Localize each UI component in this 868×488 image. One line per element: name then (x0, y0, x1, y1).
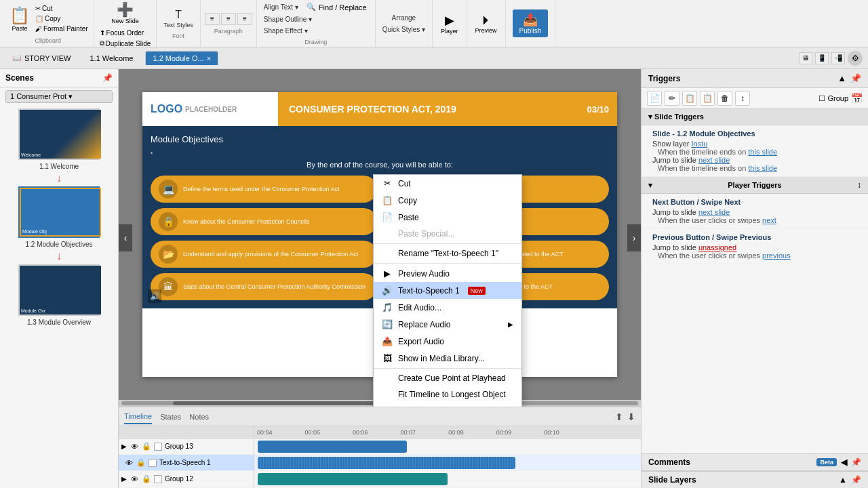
find-replace-button[interactable]: 🔍 Find / Replace (302, 1, 371, 13)
view-mobile-button[interactable]: 📲 (831, 52, 845, 64)
next-dir-link[interactable]: next (762, 216, 776, 224)
align-text-button[interactable]: Align Text ▾ (261, 2, 301, 12)
trigger-move-button[interactable]: ↕ (735, 91, 750, 106)
player-triggers-collapse[interactable]: ▾ (648, 181, 652, 190)
ctx-copy[interactable]: 📋 Copy (374, 192, 521, 209)
comments-pin-icon[interactable]: 📌 (851, 458, 861, 467)
story-view-tab[interactable]: 📖 STORY VIEW (5, 51, 77, 65)
copy-button[interactable]: 📋 Copy (34, 14, 90, 23)
slide-nav-left[interactable]: ‹ (119, 224, 132, 251)
new-slide-button[interactable]: ➕ New Slide (106, 0, 144, 27)
tl-row-tts1[interactable]: 👁 🔒 Text-to-Speech 1 (119, 455, 254, 471)
ctx-fit-timeline[interactable]: Fit Timeline to Longest Object (374, 386, 521, 400)
text-styles-button[interactable]: T Text Styles (161, 7, 196, 30)
tab-module[interactable]: 1.2 Module O... × (145, 51, 218, 65)
align-right-button[interactable]: ≡ (237, 13, 252, 25)
preview-button[interactable]: ⏵ Preview (471, 10, 501, 37)
tl-lock-tts1[interactable]: 🔒 (136, 458, 146, 467)
ctx-show-media[interactable]: 🖼 Show in Media Library... (374, 350, 521, 367)
slide-layers-collapse-icon[interactable]: ▲ (839, 475, 847, 485)
arrange-button[interactable]: Arrange (389, 13, 419, 23)
ctx-edit-audio[interactable]: 🎵 Edit Audio... (374, 299, 521, 316)
trigger-calendar-button[interactable]: 📅 (851, 93, 863, 104)
tl-lock-group12[interactable]: 🔒 (142, 474, 151, 483)
trigger-copy-button[interactable]: 📋 (700, 91, 715, 106)
slide-thumb-3[interactable]: Module Ovr (18, 264, 100, 316)
prev-dir-link[interactable]: previous (762, 251, 791, 260)
player-button[interactable]: ▶ Player (437, 10, 462, 37)
ctx-cut[interactable]: ✂ Cut (374, 175, 521, 192)
timeline-expand-icon[interactable]: ⬆ (615, 411, 623, 422)
trigger-add-button[interactable]: 📄 (647, 91, 662, 106)
tl-eye-group13[interactable]: 👁 (130, 443, 139, 451)
align-left-button[interactable]: ≡ (205, 13, 220, 25)
trigger1-slide-link[interactable]: this slide (748, 148, 777, 156)
ctx-paste[interactable]: 📄 Paste (374, 209, 521, 226)
triggers-collapse-icon[interactable]: ▲ (837, 73, 846, 83)
ctx-cue-point[interactable]: Create Cue Point at Playhead (374, 370, 521, 386)
view-desktop-button[interactable]: 🖥 (799, 52, 812, 64)
tl-eye-tts1[interactable]: 👁 (124, 459, 134, 467)
tl-expand-group13[interactable]: ▶ (121, 443, 127, 450)
duplicate-slide-button[interactable]: ⧉ Duplicate Slide (98, 39, 153, 48)
tl-lock-group13[interactable]: 🔒 (142, 442, 151, 451)
triggers-pin-icon[interactable]: 📌 (850, 73, 861, 83)
player-triggers-expand[interactable]: ↕ (857, 180, 861, 190)
ctx-preview-audio[interactable]: ▶ Preview Audio (374, 265, 521, 282)
tl-clip-group13[interactable] (258, 441, 407, 453)
tab-module-close-icon[interactable]: × (207, 54, 211, 62)
tl-eye-group12[interactable]: 👁 (130, 475, 139, 483)
slide-audio-icon[interactable]: 🔊 (148, 289, 161, 303)
next-slide-link[interactable]: next slide (698, 208, 730, 216)
ctx-tts[interactable]: 🔊 Text-to-Speech 1 New (374, 282, 521, 299)
trigger-duplicate-button[interactable]: 📋 (682, 91, 697, 106)
focus-order-button[interactable]: ⬆ Focus Order (98, 28, 153, 37)
view-tablet-button[interactable]: 📱 (815, 52, 829, 64)
ctx-export-audio[interactable]: 📤 Export Audio (374, 333, 521, 350)
quick-styles-button[interactable]: Quick Styles ▾ (380, 24, 428, 35)
states-tab[interactable]: States (160, 410, 181, 424)
tl-clip-group12[interactable] (258, 473, 448, 485)
prev-slide-link[interactable]: unassigned (698, 243, 736, 251)
notes-tab[interactable]: Notes (189, 410, 209, 424)
ctx-tts-badge: New (468, 287, 486, 295)
prev-trigger-title: Previous Button / Swipe Previous (652, 233, 857, 241)
tl-clip-tts1[interactable] (258, 457, 515, 469)
ctx-replace-audio[interactable]: 🔄 Replace Audio ▶ (374, 316, 521, 333)
align-center-button[interactable]: ≡ (221, 13, 236, 25)
format-painter-button[interactable]: 🖌 Formal Painter (34, 24, 90, 33)
cut-button[interactable]: ✂ Cut (34, 4, 90, 13)
slide-thumb-1[interactable]: Welcome (18, 108, 100, 160)
paste-button[interactable]: 📋 Paste (7, 3, 33, 35)
slide-nav-right[interactable]: › (627, 224, 641, 251)
tl-check-group13[interactable] (154, 443, 162, 451)
scenes-dropdown[interactable]: 1 Consumer Prot ▾ (5, 90, 113, 103)
trigger-group-button[interactable]: ☐ Group (818, 94, 848, 103)
ctx-paste-label: Paste (398, 213, 419, 222)
tl-name-group13: Group 13 (165, 443, 251, 450)
publish-button[interactable]: 📤 Publish (513, 9, 549, 37)
settings-button[interactable]: ⚙ (848, 51, 863, 66)
trigger1-layer-link[interactable]: Instu (691, 140, 707, 148)
tl-check-tts1[interactable] (149, 459, 157, 467)
obj-item-5: 📂 Understand and apply provisions of the… (151, 241, 377, 268)
tab-welcome[interactable]: 1.1 Welcome (83, 52, 140, 65)
scenes-collapse-icon[interactable]: 📌 (102, 73, 113, 83)
timeline-tab[interactable]: Timeline (124, 409, 152, 424)
ctx-rename[interactable]: Rename "Text-to-Speech 1" (374, 245, 521, 262)
trigger-delete-button[interactable]: 🗑 (717, 91, 732, 106)
slide-layers-pin-icon[interactable]: 📌 (851, 475, 861, 485)
shape-outline-button[interactable]: Shape Outline ▾ (261, 14, 315, 24)
timeline-collapse-icon[interactable]: ⬇ (627, 411, 635, 422)
ctx-cue-point-label: Create Cue Point at Playhead (398, 373, 506, 383)
comments-collapse-icon[interactable]: ◀ (841, 458, 847, 467)
trigger2-slide-link[interactable]: next slide (698, 156, 730, 164)
slide-thumb-2[interactable]: Module Obj (18, 186, 100, 238)
cut-label: Cut (42, 5, 53, 12)
trigger-edit-button[interactable]: ✏ (665, 91, 679, 106)
shape-effect-button[interactable]: Shape Effect ▾ (261, 26, 311, 36)
tl-check-group12[interactable] (154, 475, 162, 483)
trigger2-slide2-link[interactable]: this slide (748, 164, 777, 172)
tl-expand-group12[interactable]: ▶ (121, 475, 127, 483)
slide-triggers-collapse[interactable]: ▾ (648, 113, 654, 121)
